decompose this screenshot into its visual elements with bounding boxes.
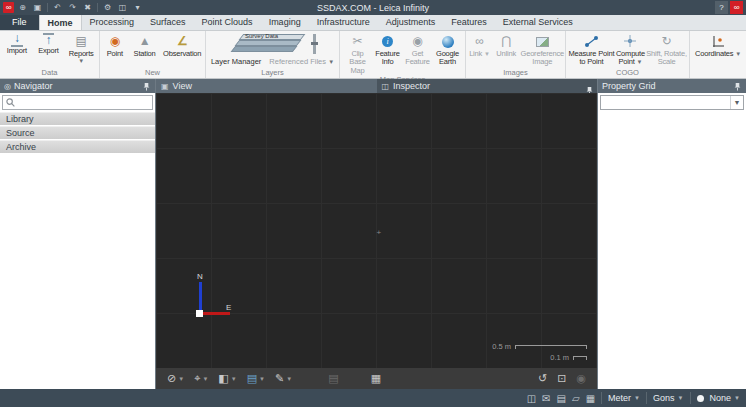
sidebar-item-source[interactable]: Source <box>0 126 155 140</box>
coordinates-button[interactable]: Coordinates ▼ <box>692 32 744 68</box>
snapshot-button[interactable]: ◉ <box>573 372 589 385</box>
measure-point-to-point-button[interactable]: Measure Point to Point <box>567 32 616 68</box>
tab-infrastructure[interactable]: Infrastructure <box>309 14 378 30</box>
divider <box>690 392 691 404</box>
sidebar-item-archive[interactable]: Archive <box>0 140 155 154</box>
layers-icon: ▤ <box>247 372 257 385</box>
station-button[interactable]: ▲ Station <box>129 32 161 68</box>
georeference-image-button[interactable]: Georeference Image <box>521 32 564 68</box>
chevron-down-icon: ▼ <box>734 395 740 401</box>
zoom-extents-button[interactable]: ⊡ <box>554 372 569 385</box>
display-icon[interactable]: ▱ <box>572 393 580 404</box>
shift-rotate-scale-button[interactable]: ↻ Shift, Rotate, Scale <box>645 32 688 68</box>
map-canvas[interactable]: + N E 0.5 m 0.1 m <box>156 93 597 368</box>
tab-features[interactable]: Features <box>443 14 495 30</box>
chevron-down-icon: ▼ <box>328 59 334 65</box>
snap-indicator-dot <box>697 395 704 402</box>
snap-settings-button[interactable]: ⊘▼ <box>164 372 187 385</box>
point-button[interactable]: ◉ Point <box>101 32 129 68</box>
tab-point-clouds[interactable]: Point Clouds <box>194 14 261 30</box>
angle-unit-dropdown[interactable]: Gons ▼ <box>653 393 683 403</box>
processing-status-icon[interactable]: ◫ <box>527 393 536 404</box>
georeference-image-icon <box>536 33 549 50</box>
crosshair-icon: ⌖ <box>194 372 200 385</box>
axis-indicator: N E <box>198 282 242 326</box>
sidebar-item-library[interactable]: Library <box>0 112 155 126</box>
tab-inspector[interactable]: ◫ Inspector <box>377 79 598 93</box>
help-button[interactable]: ? <box>715 1 728 14</box>
undo-icon[interactable]: ↶ <box>51 1 64 14</box>
point-icon: ◉ <box>110 33 120 50</box>
unlink-button[interactable]: ⋂ Unlink <box>492 32 521 68</box>
ribbon-group-layers: Survey Data Layer Manager Referenced Fil <box>206 31 340 78</box>
new-project-icon[interactable]: ⊕ <box>16 1 29 14</box>
unlink-icon: ⋂ <box>501 33 511 50</box>
coordinates-icon <box>711 33 725 50</box>
compute-point-button[interactable]: Compute Point ▼ <box>616 32 645 68</box>
tab-home[interactable]: Home <box>39 14 82 30</box>
get-feature-button[interactable]: ◉ Get Feature <box>403 32 433 75</box>
property-grid-header: Property Grid <box>598 79 746 93</box>
google-earth-button[interactable]: Google Earth <box>433 32 463 75</box>
property-grid-body <box>598 112 746 389</box>
search-input[interactable] <box>18 98 149 108</box>
export-button[interactable]: ↑ Export <box>33 32 65 68</box>
reports-status-icon[interactable]: ▤ <box>556 393 565 404</box>
link-button[interactable]: ∞ Link ▼ <box>467 32 492 68</box>
refresh-icon: ↺ <box>538 372 547 385</box>
labels-toggle-button[interactable]: ▤ <box>325 372 341 385</box>
layer-manager-button[interactable]: Layer Manager <box>211 56 261 68</box>
layout-icon[interactable]: ◫ <box>116 1 129 14</box>
get-feature-icon: ◉ <box>412 33 422 50</box>
observation-button[interactable]: ∠ Observation <box>160 32 204 68</box>
clip-base-map-button[interactable]: ✂ Clip Base Map <box>343 32 373 75</box>
save-icon[interactable]: ▣ <box>31 1 44 14</box>
property-selector-combobox[interactable]: ▼ <box>600 95 744 110</box>
station-icon: ▲ <box>139 33 151 50</box>
slider-knob[interactable] <box>311 42 318 45</box>
select-tool-button[interactable]: ⌖▼ <box>191 372 211 385</box>
tab-file[interactable]: File <box>0 14 39 30</box>
scale-major-bracket <box>515 345 587 349</box>
pin-icon[interactable] <box>142 82 151 91</box>
origin-cross-marker: + <box>377 228 382 237</box>
viewer-tab-strip: ▣ View ◫ Inspector <box>156 79 597 93</box>
snap-mode-dropdown[interactable]: None ▼ <box>710 393 740 403</box>
import-button[interactable]: ↓ Import <box>1 32 33 68</box>
reports-button[interactable]: ▤ Reports ▼ <box>64 32 98 68</box>
ribbon-group-cogo: Measure Point to Point Compute Point ▼ ↻… <box>566 31 690 78</box>
settings-icon[interactable]: ⚙ <box>101 1 114 14</box>
referenced-files-button[interactable]: Referenced Files ▼ <box>269 56 334 68</box>
view-mode-button[interactable]: ◧▼ <box>215 372 239 385</box>
chevron-down-icon: ▼ <box>735 51 741 57</box>
layer-opacity-slider[interactable] <box>313 34 316 54</box>
ribbon-group-coordinates: Coordinates ▼ <box>690 31 746 78</box>
feature-info-button[interactable]: i Feature Info <box>373 32 403 75</box>
tab-external-services[interactable]: External Services <box>495 14 581 30</box>
tab-adjustments[interactable]: Adjustments <box>378 14 444 30</box>
property-grid-title: Property Grid <box>602 81 656 91</box>
group-label-cogo: COGO <box>566 68 689 78</box>
redo-icon[interactable]: ↷ <box>66 1 79 14</box>
navigator-panel: ◎ Navigator Library Source Archive <box>0 79 156 389</box>
messages-icon[interactable]: ✉ <box>542 393 550 404</box>
layer-stack-icon[interactable]: Survey Data <box>229 33 307 55</box>
tab-processing[interactable]: Processing <box>82 14 143 30</box>
tab-view[interactable]: ▣ View <box>156 79 377 93</box>
pin-icon[interactable] <box>733 82 742 91</box>
qat-dropdown-icon[interactable]: ▾ <box>131 1 144 14</box>
grid-status-icon[interactable]: ▦ <box>586 393 595 404</box>
layers-visibility-button[interactable]: ▤▼ <box>244 372 268 385</box>
tab-surfaces[interactable]: Surfaces <box>142 14 194 30</box>
style-filter-button[interactable]: ✎▼ <box>272 372 295 385</box>
ribbon-tab-row: File Home Processing Surfaces Point Clou… <box>0 15 746 31</box>
feature-info-icon: i <box>382 33 393 50</box>
refresh-view-button[interactable]: ↺ <box>535 372 550 385</box>
google-earth-icon <box>442 33 454 50</box>
delete-icon[interactable]: ✖ <box>81 1 94 14</box>
distance-unit-dropdown[interactable]: Meter ▼ <box>608 393 640 403</box>
tab-imaging[interactable]: Imaging <box>261 14 309 30</box>
grid-toggle-button[interactable]: ▦ <box>368 372 384 385</box>
axis-north-label: N <box>197 272 203 281</box>
shift-rotate-scale-icon: ↻ <box>662 33 672 50</box>
